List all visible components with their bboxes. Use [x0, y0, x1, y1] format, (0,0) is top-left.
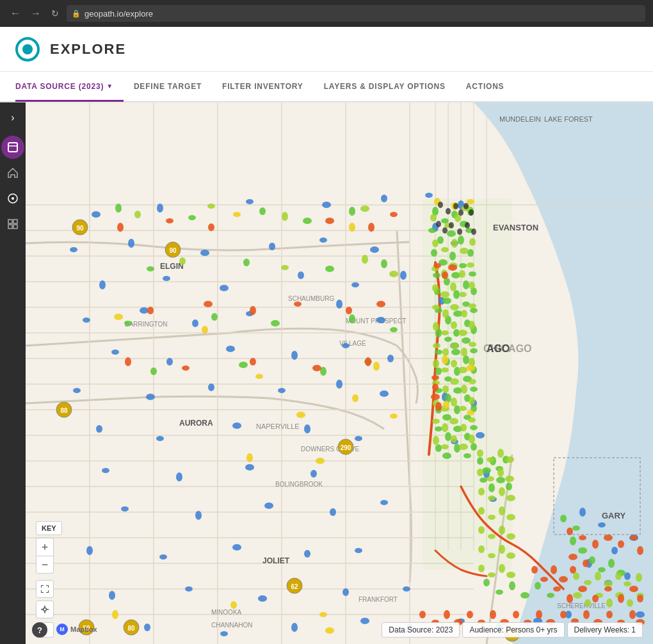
delivery-weeks-badge: Delivery Weeks: 1: [567, 622, 643, 638]
svg-point-424: [637, 546, 643, 555]
svg-point-154: [636, 611, 645, 618]
svg-point-114: [156, 436, 164, 441]
svg-point-352: [506, 514, 515, 520]
svg-point-232: [303, 218, 312, 224]
svg-point-156: [220, 631, 228, 636]
svg-text:SCHAUMBURG: SCHAUMBURG: [288, 295, 334, 302]
svg-point-183: [469, 271, 476, 277]
nav-define-target[interactable]: DEFINE TARGET: [124, 72, 212, 102]
svg-point-137: [86, 546, 93, 555]
svg-point-334: [281, 265, 289, 270]
svg-point-149: [611, 547, 618, 554]
fullscreen-button[interactable]: [36, 580, 54, 598]
svg-point-440: [567, 594, 573, 603]
map-container[interactable]: MUNDELEIN LAKE FOREST EVANSTON ELGIN SCH…: [26, 102, 653, 644]
compass-button[interactable]: [1, 187, 24, 210]
svg-point-375: [606, 599, 613, 608]
svg-point-303: [469, 342, 476, 347]
svg-point-295: [441, 330, 449, 335]
svg-point-451: [606, 611, 613, 618]
svg-point-140: [304, 550, 310, 558]
svg-point-215: [442, 414, 451, 421]
svg-point-87: [319, 237, 327, 243]
svg-point-97: [192, 319, 198, 327]
back-button[interactable]: ←: [8, 6, 23, 20]
svg-point-247: [477, 457, 483, 465]
mapbox-icon: M: [56, 624, 68, 635]
nav-layers-display[interactable]: LAYERS & DISPLAY OPTIONS: [314, 72, 456, 102]
svg-point-128: [102, 468, 109, 473]
home-button[interactable]: [1, 161, 24, 184]
svg-point-331: [282, 212, 288, 221]
svg-point-233: [349, 207, 355, 216]
forward-button[interactable]: →: [28, 6, 44, 20]
svg-point-109: [208, 383, 214, 391]
svg-text:62: 62: [291, 583, 298, 590]
svg-point-185: [442, 298, 451, 304]
svg-point-310: [442, 385, 449, 393]
svg-point-381: [349, 223, 355, 232]
svg-point-89: [99, 280, 106, 289]
address-bar[interactable]: 🔒 geopath.io/explore: [67, 5, 645, 22]
svg-point-241: [349, 314, 355, 323]
nav-filter-inventory[interactable]: FILTER INVENTORY: [212, 72, 314, 102]
map-zoom-controls: + −: [36, 538, 54, 574]
svg-rect-6: [8, 225, 12, 229]
svg-point-470: [458, 209, 464, 216]
svg-point-113: [96, 425, 102, 433]
svg-point-371: [636, 573, 642, 582]
svg-point-181: [451, 272, 460, 278]
sidebar-toggle-button[interactable]: ›: [1, 108, 24, 128]
svg-point-318: [469, 397, 475, 405]
svg-point-338: [487, 457, 494, 462]
refresh-button[interactable]: ↻: [49, 7, 61, 20]
svg-point-136: [380, 500, 388, 505]
svg-point-283: [467, 262, 474, 268]
nav-data-source[interactable]: DATA SOURCE (2023) ▼: [15, 72, 124, 102]
svg-point-392: [319, 612, 327, 617]
svg-point-358: [488, 553, 496, 558]
svg-point-276: [451, 239, 458, 248]
svg-point-435: [540, 577, 548, 582]
svg-point-85: [200, 250, 209, 256]
svg-point-94: [400, 271, 407, 280]
svg-text:MINOOKA: MINOOKA: [211, 609, 242, 616]
svg-point-92: [298, 271, 304, 279]
svg-point-323: [468, 417, 476, 423]
svg-point-330: [207, 204, 215, 209]
svg-point-264: [483, 579, 490, 586]
svg-point-401: [117, 223, 124, 232]
svg-point-144: [258, 595, 267, 602]
svg-point-111: [336, 380, 343, 389]
svg-point-350: [488, 515, 496, 520]
svg-point-235: [243, 259, 250, 266]
svg-point-471: [464, 203, 469, 209]
svg-point-421: [604, 535, 613, 541]
svg-point-91: [220, 285, 229, 291]
svg-point-93: [351, 282, 359, 287]
svg-point-360: [506, 552, 515, 559]
svg-text:90: 90: [169, 247, 177, 254]
svg-point-475: [449, 222, 454, 229]
svg-point-289: [432, 305, 440, 310]
svg-point-270: [430, 214, 437, 221]
grid-button[interactable]: [1, 213, 24, 236]
svg-point-261: [598, 567, 606, 572]
zoom-in-button[interactable]: +: [36, 538, 54, 556]
nav-actions[interactable]: ACTIONS: [456, 72, 515, 102]
svg-point-296: [451, 321, 457, 329]
location-button[interactable]: [36, 600, 54, 618]
svg-point-262: [608, 559, 615, 568]
svg-point-201: [451, 349, 460, 355]
svg-point-266: [509, 581, 515, 590]
svg-point-449: [583, 610, 590, 619]
help-button[interactable]: ?: [32, 622, 47, 638]
svg-point-278: [469, 238, 476, 246]
svg-point-182: [463, 280, 469, 289]
status-bar: Data Source: 2023 Audience: Persons 0+ y…: [382, 622, 643, 638]
svg-point-142: [109, 591, 115, 600]
svg-point-252: [480, 478, 487, 483]
svg-point-472: [469, 209, 474, 216]
svg-point-96: [140, 307, 149, 314]
zoom-out-button[interactable]: −: [36, 556, 54, 574]
